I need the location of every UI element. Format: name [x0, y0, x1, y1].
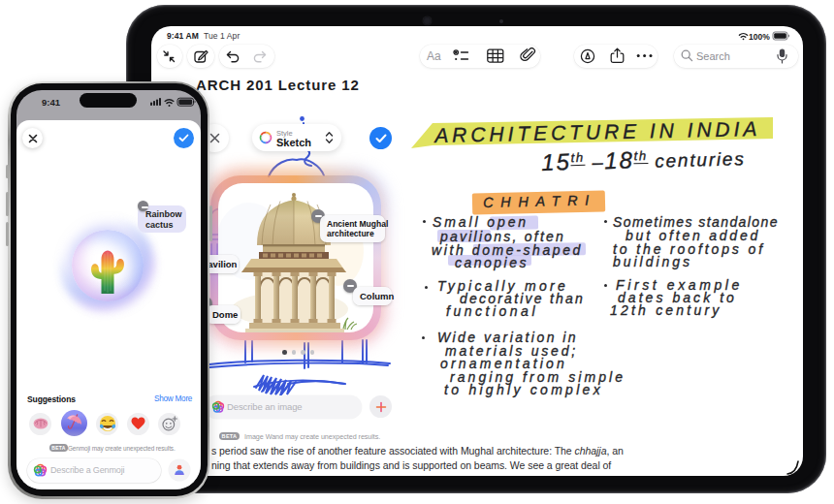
- svg-text:100%: 100%: [749, 32, 770, 42]
